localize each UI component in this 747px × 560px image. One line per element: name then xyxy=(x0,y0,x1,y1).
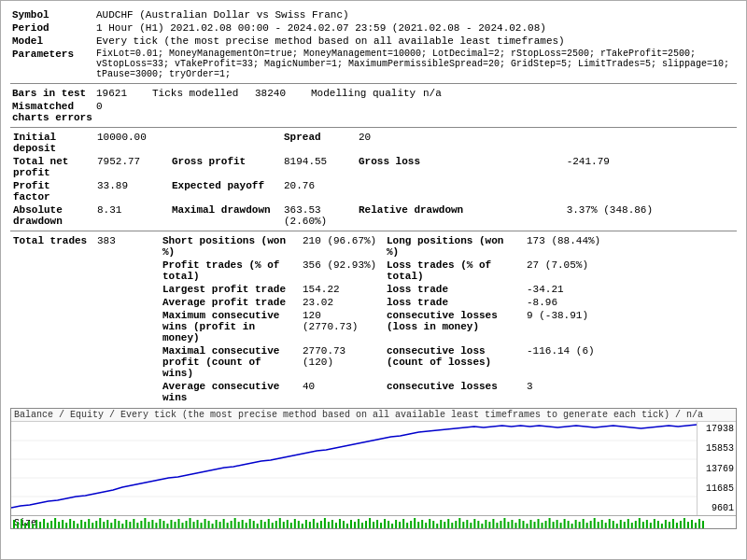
svg-rect-65 xyxy=(242,520,244,529)
svg-rect-181 xyxy=(676,523,678,529)
svg-rect-185 xyxy=(691,520,693,529)
svg-rect-135 xyxy=(503,518,505,529)
divider-2 xyxy=(10,127,737,128)
svg-rect-69 xyxy=(257,524,259,529)
svg-rect-159 xyxy=(594,518,596,529)
svg-rect-128 xyxy=(477,521,479,529)
svg-rect-83 xyxy=(309,522,311,529)
svg-rect-108 xyxy=(402,519,404,529)
svg-rect-163 xyxy=(609,519,611,529)
svg-rect-66 xyxy=(246,523,247,529)
svg-rect-176 xyxy=(657,521,659,529)
svg-rect-104 xyxy=(388,521,389,529)
svg-rect-7 xyxy=(24,523,26,529)
largest-profit-value: 154.22 xyxy=(300,283,384,296)
svg-rect-33 xyxy=(121,524,123,529)
svg-rect-19 xyxy=(69,519,71,529)
largest-loss-label: loss trade xyxy=(384,283,524,296)
svg-rect-131 xyxy=(488,522,490,529)
chart-y-axis: 17938 15853 13769 11685 9601 xyxy=(697,422,736,515)
largest-profit-label: Largest profit trade xyxy=(160,283,300,296)
svg-rect-62 xyxy=(231,521,233,529)
balance-line xyxy=(11,425,697,508)
svg-rect-60 xyxy=(223,519,225,529)
svg-rect-74 xyxy=(275,521,277,529)
svg-rect-139 xyxy=(518,519,520,529)
svg-rect-55 xyxy=(204,519,206,529)
svg-rect-145 xyxy=(542,523,543,529)
svg-rect-6 xyxy=(21,519,22,529)
svg-rect-152 xyxy=(568,521,570,529)
spread-value: 20 xyxy=(356,131,564,155)
y-label-4: 11685 xyxy=(699,483,734,494)
svg-rect-49 xyxy=(181,523,183,529)
svg-rect-98 xyxy=(365,521,367,529)
svg-rect-136 xyxy=(507,522,509,529)
params-value: FixLot=0.01; MoneyManagementOn=true; Mon… xyxy=(94,48,737,80)
svg-rect-153 xyxy=(571,524,573,529)
svg-rect-111 xyxy=(414,518,416,529)
svg-rect-116 xyxy=(432,521,434,529)
svg-rect-46 xyxy=(170,520,172,529)
svg-rect-28 xyxy=(103,522,105,529)
svg-rect-160 xyxy=(598,522,599,529)
avg-loss-value: -8.96 xyxy=(524,296,737,309)
balance-svg xyxy=(11,422,697,515)
svg-rect-76 xyxy=(283,522,285,529)
svg-rect-51 xyxy=(190,518,191,529)
svg-rect-95 xyxy=(354,522,356,529)
svg-rect-23 xyxy=(84,522,86,529)
svg-rect-80 xyxy=(298,521,300,529)
svg-rect-103 xyxy=(384,519,386,529)
trades-table: Total trades 383 Short positions (won %)… xyxy=(10,234,737,404)
svg-rect-86 xyxy=(320,521,322,529)
svg-rect-45 xyxy=(166,524,168,529)
svg-rect-90 xyxy=(335,523,337,529)
svg-rect-144 xyxy=(538,519,540,529)
svg-rect-71 xyxy=(264,522,266,529)
svg-rect-150 xyxy=(560,523,562,529)
max-drawdown-value: 363.53 (2.60%) xyxy=(281,203,356,228)
short-value: 210 (96.67%) xyxy=(300,234,384,259)
max-consec-profit-label: Maximal consecutive profit (count of win… xyxy=(160,344,300,380)
svg-rect-122 xyxy=(455,521,457,529)
svg-rect-109 xyxy=(406,523,408,529)
svg-rect-178 xyxy=(665,520,667,529)
svg-rect-161 xyxy=(601,520,603,529)
svg-rect-35 xyxy=(129,522,131,529)
svg-rect-171 xyxy=(639,518,641,529)
mismatched-value: 0 xyxy=(94,100,150,124)
svg-rect-187 xyxy=(698,519,700,529)
svg-rect-21 xyxy=(77,524,78,529)
svg-rect-75 xyxy=(279,518,281,529)
svg-rect-67 xyxy=(249,519,251,529)
bars-value: 19621 xyxy=(94,87,150,100)
gross-profit-value: 8194.55 xyxy=(281,155,356,179)
expected-payoff-label: Expected payoff xyxy=(169,179,281,203)
avg-profit-value: 23.02 xyxy=(300,296,384,309)
svg-rect-24 xyxy=(88,519,90,529)
svg-rect-36 xyxy=(133,519,134,529)
svg-rect-91 xyxy=(339,519,341,529)
svg-rect-143 xyxy=(534,522,536,529)
svg-rect-186 xyxy=(695,523,697,529)
max-consec-wins-value: 120 (2770.73) xyxy=(300,309,384,344)
net-profit-value: 7952.77 xyxy=(94,155,169,179)
svg-rect-183 xyxy=(684,518,685,529)
svg-rect-64 xyxy=(238,522,240,529)
avg-profit-label: Average profit trade xyxy=(160,296,300,309)
svg-rect-114 xyxy=(425,523,427,529)
svg-rect-149 xyxy=(557,520,558,529)
svg-rect-39 xyxy=(144,518,146,529)
svg-rect-92 xyxy=(343,521,345,529)
avg-consec-losses-value: 3 xyxy=(524,380,737,404)
svg-rect-125 xyxy=(466,520,468,529)
svg-rect-157 xyxy=(586,523,588,529)
svg-rect-94 xyxy=(350,520,352,529)
svg-rect-43 xyxy=(159,519,161,529)
size-chart: Size xyxy=(11,515,736,529)
svg-rect-169 xyxy=(631,523,633,529)
svg-rect-96 xyxy=(358,519,359,529)
max-consec-losses-label: consecutive losses (loss in money) xyxy=(384,309,524,344)
svg-rect-123 xyxy=(458,518,460,529)
